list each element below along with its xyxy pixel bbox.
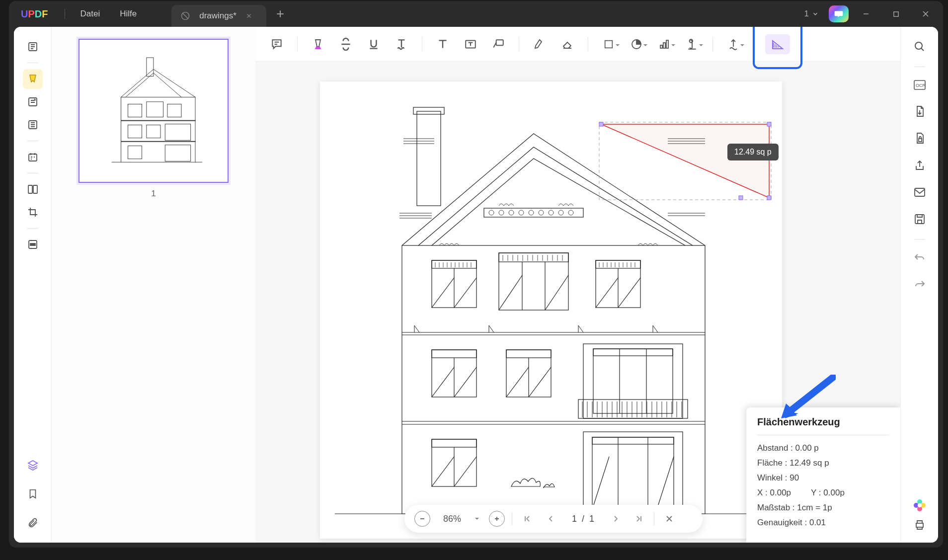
share-button[interactable] — [910, 156, 930, 175]
svg-line-64 — [454, 278, 476, 308]
svg-rect-115 — [506, 350, 551, 358]
app-logo: UPDF — [9, 8, 60, 20]
svg-line-149 — [432, 457, 454, 486]
svg-point-51 — [489, 210, 494, 215]
highlight-tool[interactable] — [306, 32, 330, 56]
svg-rect-23 — [496, 40, 503, 45]
document-page[interactable] — [320, 81, 782, 539]
redact-tool[interactable] — [23, 235, 43, 254]
svg-rect-5 — [29, 154, 37, 161]
callout-tool[interactable] — [486, 32, 511, 56]
minimize-button[interactable] — [854, 4, 878, 24]
last-page-button[interactable] — [631, 511, 647, 527]
sign-tool[interactable] — [721, 32, 746, 56]
measurement-selection[interactable] — [598, 121, 772, 201]
svg-rect-21 — [165, 145, 190, 161]
svg-rect-24 — [605, 40, 613, 48]
titlebar: UPDF Datei Hilfe drawings* 1 — [9, 1, 943, 27]
protect-button[interactable] — [910, 129, 930, 149]
svg-rect-76 — [499, 253, 568, 262]
svg-point-52 — [499, 210, 504, 215]
zoom-dropdown[interactable] — [474, 516, 482, 522]
underline-tool[interactable] — [361, 32, 386, 56]
svg-rect-159 — [599, 122, 603, 126]
menu-help[interactable]: Hilfe — [110, 9, 147, 19]
ai-button[interactable] — [829, 5, 849, 22]
svg-point-59 — [568, 210, 573, 215]
attachment-button[interactable] — [23, 513, 43, 533]
bookmark-button[interactable] — [23, 484, 43, 504]
svg-rect-15 — [147, 101, 163, 117]
organize-tool[interactable] — [23, 115, 43, 135]
svg-rect-13 — [147, 58, 154, 76]
svg-rect-147 — [432, 439, 476, 447]
print-button[interactable] — [910, 515, 930, 535]
svg-rect-75 — [499, 253, 568, 310]
reader-tool[interactable] — [23, 37, 43, 57]
text-tool[interactable] — [430, 32, 455, 56]
textbox-tool[interactable] — [458, 32, 483, 56]
chevron-down-icon — [812, 10, 819, 17]
save-button[interactable] — [910, 209, 930, 229]
close-nav-button[interactable] — [661, 511, 677, 527]
redo-button[interactable] — [910, 274, 930, 294]
svg-rect-155 — [592, 437, 674, 444]
search-button[interactable] — [910, 37, 930, 57]
shape-tool[interactable] — [596, 32, 621, 56]
first-page-button[interactable] — [519, 511, 535, 527]
ai-flower-icon[interactable] — [912, 498, 927, 513]
area-measure-tool-selected[interactable] — [753, 27, 802, 69]
svg-rect-32 — [402, 245, 705, 514]
measurement-badge: 12.49 sq p — [727, 144, 779, 160]
page-counter[interactable]: 1 / 1 — [572, 514, 594, 524]
svg-point-55 — [529, 210, 534, 215]
layers-button[interactable] — [23, 455, 43, 475]
svg-rect-10 — [121, 97, 196, 162]
prev-page-button[interactable] — [542, 511, 558, 527]
close-tab-icon[interactable] — [245, 12, 252, 19]
svg-rect-11 — [121, 120, 196, 121]
ocr-button[interactable]: OCR — [910, 75, 930, 95]
squiggly-tool[interactable] — [389, 32, 414, 56]
svg-rect-151 — [583, 432, 683, 511]
svg-line-98 — [618, 278, 640, 308]
zoom-level[interactable]: 86% — [437, 514, 467, 524]
comment-tool[interactable] — [23, 69, 43, 89]
document-tab[interactable]: drawings* — [171, 5, 266, 27]
separator — [65, 8, 65, 19]
svg-rect-152 — [592, 437, 674, 509]
area-measure-icon — [771, 38, 785, 51]
edit-tool[interactable] — [23, 92, 43, 112]
crop-tool[interactable] — [23, 202, 43, 222]
svg-rect-9 — [30, 243, 35, 245]
zoom-out-button[interactable] — [414, 511, 430, 527]
zoom-in-button[interactable] — [489, 511, 505, 527]
document-icon — [180, 11, 190, 21]
export-button[interactable] — [910, 102, 930, 122]
svg-rect-168 — [915, 215, 924, 224]
strikethrough-tool[interactable] — [333, 32, 358, 56]
pencil-tool[interactable] — [527, 32, 552, 56]
eraser-tool[interactable] — [555, 32, 580, 56]
page-thumbnail[interactable] — [79, 39, 229, 183]
sticker-tool[interactable] — [624, 32, 649, 56]
svg-line-63 — [432, 278, 454, 308]
stamp-tool[interactable] — [652, 32, 677, 56]
undo-button[interactable] — [910, 247, 930, 267]
page-indicator[interactable]: 1 — [799, 9, 824, 19]
new-tab-button[interactable] — [275, 9, 285, 19]
compare-tool[interactable] — [23, 179, 43, 199]
email-button[interactable] — [910, 182, 930, 202]
svg-line-80 — [545, 275, 568, 310]
menu-file[interactable]: Datei — [70, 9, 110, 19]
svg-line-156 — [592, 457, 609, 509]
svg-rect-166 — [919, 139, 922, 142]
svg-text:OCR: OCR — [916, 83, 926, 88]
maximize-button[interactable] — [883, 4, 908, 24]
signature-tool[interactable] — [680, 32, 705, 56]
form-tool[interactable] — [23, 147, 43, 167]
svg-line-79 — [499, 275, 522, 310]
close-window-button[interactable] — [913, 4, 938, 24]
note-tool[interactable] — [264, 32, 289, 56]
next-page-button[interactable] — [608, 511, 624, 527]
